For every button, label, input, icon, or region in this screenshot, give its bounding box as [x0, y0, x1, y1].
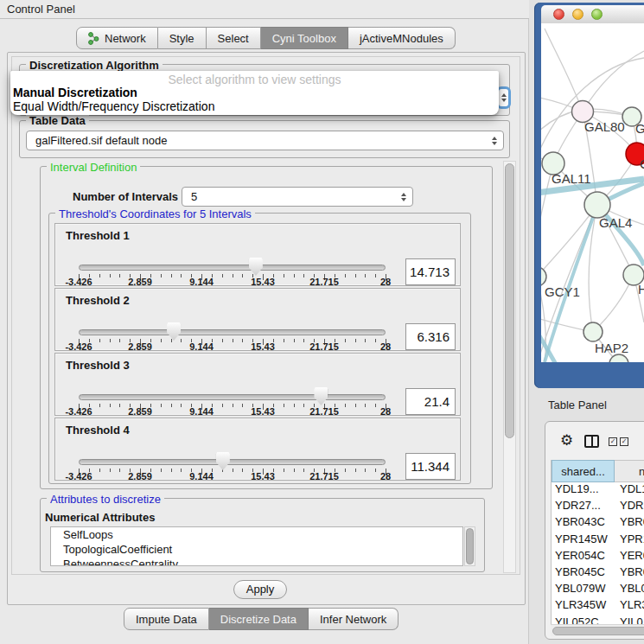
- table-horizontal-scrollbar[interactable]: [551, 624, 644, 636]
- column-header-name[interactable]: n: [615, 460, 644, 482]
- network-node-label: GAL80: [584, 119, 625, 134]
- slider-tick: [375, 404, 376, 407]
- column-header-shared-name[interactable]: shared...: [552, 460, 615, 482]
- gear-icon[interactable]: [560, 431, 573, 450]
- checkbox-icon[interactable]: [609, 437, 617, 446]
- attribute-list-item[interactable]: BetweennessCentrality: [51, 557, 462, 566]
- network-canvas[interactable]: GAL80GACGAL11GAL4GCY1HHAP2: [541, 23, 644, 362]
- cell-shared-name[interactable]: YPR145W: [552, 532, 615, 549]
- attribute-list-item[interactable]: SelfLoops: [51, 527, 462, 542]
- number-of-intervals-combobox[interactable]: 5: [182, 187, 413, 207]
- cell-shared-name[interactable]: YBL079W: [552, 582, 615, 598]
- table-row[interactable]: YLR345WYLR3: [552, 598, 644, 615]
- slider-tick-label: 28: [380, 406, 391, 417]
- checkbox-icon[interactable]: [620, 437, 628, 446]
- interval-definition-title: Interval Definition: [47, 161, 140, 174]
- cell-shared-name[interactable]: YIL052C: [552, 615, 615, 624]
- threshold-value-field[interactable]: 11.344: [405, 453, 456, 480]
- attribute-list-item[interactable]: TopologicalCoefficient: [51, 542, 462, 557]
- cell-shared-name[interactable]: YDR27...: [552, 499, 615, 515]
- slider-tick-label: 15.43: [251, 406, 275, 417]
- tab-network[interactable]: Network: [76, 27, 158, 49]
- table-row[interactable]: YIL052CYIL0: [552, 615, 644, 624]
- network-view-window[interactable]: GAL80GACGAL11GAL4GCY1HHAP2: [534, 3, 644, 388]
- cell-name[interactable]: YDR2: [615, 499, 644, 515]
- slider-tick: [161, 339, 162, 342]
- tab-discretize-data[interactable]: Discretize Data: [209, 608, 309, 630]
- attributes-list[interactable]: SelfLoopsTopologicalCoefficientBetweenne…: [50, 526, 463, 566]
- tab-cyni-toolbox[interactable]: Cyni Toolbox: [261, 27, 348, 49]
- scrollbar-thumb[interactable]: [505, 163, 514, 438]
- scrollbar-thumb[interactable]: [466, 528, 474, 564]
- slider-tick: [161, 469, 162, 472]
- table-row[interactable]: YDL19...YDL1: [552, 482, 644, 499]
- network-node[interactable]: [584, 192, 610, 218]
- tab-infer-network[interactable]: Infer Network: [309, 608, 399, 630]
- tab-style[interactable]: Style: [158, 27, 207, 49]
- table-row[interactable]: YBR043CYBR0: [552, 515, 644, 532]
- network-node[interactable]: [583, 322, 603, 341]
- cell-name[interactable]: YLR3: [615, 598, 644, 615]
- cell-name[interactable]: YBR0: [615, 515, 644, 532]
- number-of-intervals-label: Number of Intervals: [73, 190, 178, 203]
- dropdown-item-equal-width-frequency[interactable]: Equal Width/Frequency Discretization: [13, 99, 214, 113]
- cell-shared-name[interactable]: YLR345W: [552, 598, 615, 615]
- apply-button[interactable]: Apply: [233, 580, 287, 599]
- slider-track[interactable]: [79, 329, 386, 335]
- slider-tick: [181, 339, 182, 342]
- slider-tick-label: -3.426: [65, 406, 92, 417]
- slider-track[interactable]: [79, 459, 386, 465]
- slider-track[interactable]: [79, 394, 386, 400]
- table-data-combobox[interactable]: galFiltered.sif default node: [26, 131, 504, 150]
- cell-shared-name[interactable]: YBR043C: [552, 515, 615, 532]
- slider-tick: [355, 404, 356, 407]
- table-row[interactable]: YDR27...YDR2: [552, 499, 644, 515]
- cell-name[interactable]: YBL0: [615, 582, 644, 598]
- tab-impute-data[interactable]: Impute Data: [124, 608, 209, 630]
- column-split-icon[interactable]: [584, 435, 599, 448]
- cell-shared-name[interactable]: YDL19...: [552, 482, 615, 499]
- cell-shared-name[interactable]: YER054C: [552, 549, 615, 565]
- close-traffic-light[interactable]: [553, 9, 564, 20]
- threshold-value-field[interactable]: 6.316: [405, 323, 456, 350]
- slider-tick: [284, 339, 284, 342]
- slider-handle[interactable]: [249, 258, 263, 276]
- network-node[interactable]: [541, 267, 546, 286]
- network-graph: GAL80GACGAL11GAL4GCY1HHAP2: [541, 23, 644, 362]
- network-edge[interactable]: [545, 29, 583, 112]
- threshold-label: Threshold 3: [66, 359, 130, 372]
- slider-tick: [355, 274, 356, 277]
- slider-handle[interactable]: [167, 322, 181, 341]
- cell-name[interactable]: YBR0: [615, 565, 644, 582]
- slider-tick-label: 21.715: [309, 406, 339, 417]
- panel-vertical-scrollbar[interactable]: [503, 161, 516, 573]
- network-node-label: GAL4: [599, 215, 632, 230]
- tab-select[interactable]: Select: [207, 27, 261, 49]
- slider-track[interactable]: [79, 265, 386, 271]
- cell-name[interactable]: YPR1: [615, 532, 644, 549]
- attributes-list-scrollbar[interactable]: [464, 526, 475, 566]
- tab-jactivemnodules[interactable]: jActiveMNodules: [348, 27, 456, 49]
- network-window-titlebar[interactable]: [541, 5, 644, 23]
- slider-tick: [294, 469, 295, 472]
- slider-handle[interactable]: [216, 452, 230, 470]
- slider-tick: [303, 469, 304, 472]
- scrollbar-thumb[interactable]: [552, 627, 644, 635]
- threshold-value-field[interactable]: 14.713: [405, 258, 456, 285]
- cell-shared-name[interactable]: YBR045C: [552, 565, 615, 582]
- table-row[interactable]: YER054CYER0: [552, 549, 644, 565]
- table-row[interactable]: YBL079WYBL0: [552, 582, 644, 598]
- zoom-traffic-light[interactable]: [591, 9, 603, 20]
- minimize-traffic-light[interactable]: [572, 9, 583, 20]
- slider-handle[interactable]: [314, 387, 328, 405]
- cell-name[interactable]: YIL0: [615, 615, 644, 624]
- cell-name[interactable]: YDL1: [615, 482, 644, 499]
- table-row[interactable]: YBR045CYBR0: [552, 565, 644, 582]
- table-row[interactable]: YPR145WYPR1: [552, 532, 644, 549]
- slider-tick: [233, 469, 233, 472]
- slider-tick: [284, 274, 284, 277]
- cell-name[interactable]: YER0: [615, 549, 644, 565]
- slider-tick-label: 15.43: [251, 341, 275, 352]
- threshold-value-field[interactable]: 21.4: [405, 388, 456, 415]
- dropdown-item-manual-discretization[interactable]: Manual Discretization: [13, 86, 137, 99]
